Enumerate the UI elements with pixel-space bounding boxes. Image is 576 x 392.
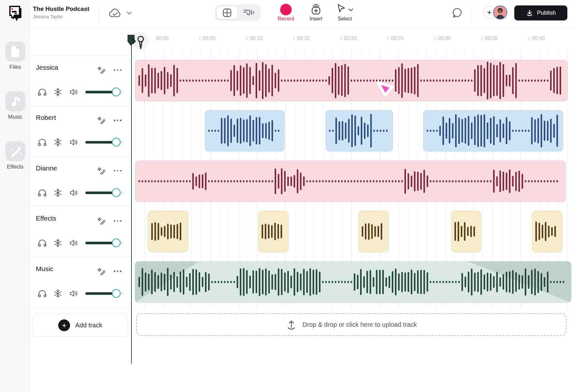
sync-menu-chevron-down-icon[interactable] (126, 10, 133, 17)
headphones-icon[interactable] (37, 238, 47, 248)
track-name: Robert (36, 114, 56, 122)
volume-slider-knob[interactable] (112, 188, 121, 197)
headphones-icon[interactable] (37, 188, 47, 198)
playhead-line[interactable] (131, 45, 132, 364)
enhance-audio-icon[interactable] (96, 266, 107, 277)
ruler-time-label: 00:00 (156, 35, 169, 41)
track-menu-button[interactable] (112, 67, 123, 73)
user-avatar[interactable] (493, 5, 507, 20)
track-header: Music (30, 257, 131, 307)
headphones-icon[interactable] (37, 137, 47, 147)
select-chevron-down-icon (348, 8, 354, 13)
volume-icon[interactable] (69, 238, 79, 248)
insert-label: Insert (303, 16, 329, 22)
cloud-sync-icon[interactable] (108, 7, 122, 20)
waveform (148, 211, 188, 252)
app-logo-icon[interactable] (5, 3, 24, 23)
waveform (532, 211, 563, 252)
track-lane (131, 55, 576, 106)
comments-icon[interactable] (451, 7, 463, 19)
headphones-icon[interactable] (37, 87, 47, 97)
ruler-time-label: 00:15 (297, 35, 310, 41)
volume-slider[interactable] (85, 292, 124, 295)
divider (99, 6, 99, 21)
sidebar-item-effects[interactable]: Effects (0, 141, 30, 170)
timeline-view-icon (243, 7, 255, 18)
layout-view-icon (222, 7, 233, 18)
row-divider (30, 307, 131, 307)
ruler-time-label: 00:10 (250, 35, 263, 41)
freeze-icon[interactable] (53, 188, 63, 198)
volume-icon[interactable] (69, 289, 79, 298)
volume-slider[interactable] (85, 91, 124, 93)
enhance-audio-icon[interactable] (96, 216, 107, 226)
rail-label: Files (0, 64, 30, 70)
volume-icon[interactable] (69, 137, 79, 147)
layout-view-button[interactable] (217, 6, 237, 19)
add-track-button[interactable]: + Add track (33, 314, 128, 337)
publish-button[interactable]: Publish (514, 5, 567, 20)
ruler-tick (435, 37, 435, 40)
volume-slider-knob[interactable] (112, 239, 121, 247)
waveform (451, 211, 481, 252)
volume-slider-knob[interactable] (112, 88, 121, 96)
volume-icon[interactable] (69, 87, 79, 97)
track-menu-button[interactable] (112, 268, 123, 275)
volume-icon[interactable] (69, 188, 79, 198)
record-icon (280, 4, 292, 15)
select-label: Select (331, 16, 359, 22)
audio-clip[interactable] (148, 211, 188, 252)
audio-clip[interactable] (135, 261, 571, 303)
timeline-view-button[interactable] (240, 6, 258, 19)
plus-icon: + (58, 319, 70, 331)
volume-slider[interactable] (85, 141, 124, 144)
sidebar-item-files[interactable]: Files (0, 42, 30, 70)
track-name: Jessica (36, 64, 58, 71)
skip-marker-icon[interactable] (132, 35, 146, 53)
ruler-tick (200, 37, 200, 40)
freeze-icon[interactable] (53, 137, 63, 147)
ruler-time-label: 00:40 (532, 35, 545, 41)
audio-clip[interactable] (135, 60, 568, 101)
volume-slider-knob[interactable] (112, 289, 121, 298)
ruler-tick (294, 37, 294, 40)
left-rail: Files Music Effects (0, 0, 30, 392)
audio-clip[interactable] (205, 110, 285, 152)
enhance-audio-icon[interactable] (96, 166, 107, 176)
select-button[interactable]: Select (331, 0, 359, 28)
track-menu-button[interactable] (112, 117, 123, 123)
volume-slider[interactable] (85, 192, 124, 194)
audio-clip[interactable] (451, 211, 481, 252)
upload-track-dropzone[interactable]: Drop & drop or click here to upload trac… (136, 313, 566, 336)
audio-clip[interactable] (423, 110, 563, 152)
upload-label: Drop & drop or click here to upload trac… (303, 321, 417, 328)
waveform (135, 161, 566, 202)
waveform (358, 211, 389, 252)
enhance-audio-icon[interactable] (96, 115, 107, 125)
ruler-tick (247, 37, 247, 40)
record-button[interactable]: Record (273, 0, 299, 28)
audio-clip[interactable] (358, 211, 389, 252)
audio-clip[interactable] (258, 211, 289, 252)
freeze-icon[interactable] (53, 238, 63, 248)
waveform (205, 110, 285, 152)
divider (471, 6, 471, 21)
select-cursor-icon (335, 3, 346, 15)
headphones-icon[interactable] (37, 289, 47, 298)
track-menu-button[interactable] (112, 218, 123, 224)
track-menu-button[interactable] (112, 168, 123, 174)
freeze-icon[interactable] (53, 87, 63, 97)
volume-slider-knob[interactable] (112, 138, 121, 146)
audio-clip[interactable] (532, 211, 563, 252)
track-header: Jessica (30, 55, 131, 106)
insert-button[interactable]: Insert (303, 0, 329, 28)
volume-slider[interactable] (85, 242, 124, 244)
freeze-icon[interactable] (53, 289, 63, 298)
enhance-audio-icon[interactable] (96, 65, 107, 75)
audio-clip[interactable] (135, 161, 566, 202)
sidebar-item-music[interactable]: Music (0, 91, 30, 120)
time-ruler[interactable]: 00:0000:0500:1000:1500:2000:2500:3000:35… (131, 28, 576, 55)
magic-wand-icon (5, 141, 25, 161)
ruler-tick (529, 37, 529, 40)
audio-clip[interactable] (326, 110, 393, 152)
